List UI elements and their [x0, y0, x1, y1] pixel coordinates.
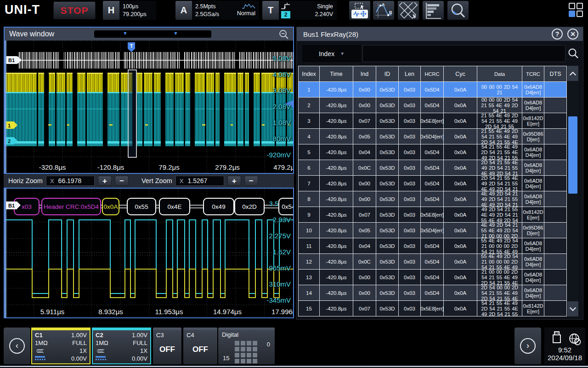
bus-row-12-ind[interactable]: 0x0C	[353, 254, 376, 269]
bus-row-6-index[interactable]: 6	[299, 160, 319, 175]
bus-row-14-dts[interactable]	[544, 285, 566, 300]
bus-row-9-data[interactable]: 49 2D 54 21 55 4E 49 2D 54 21 55 4E 49 2…	[477, 207, 522, 222]
bus-row-2-tcrc[interactable]: 0x6AD8D4[err]	[522, 98, 544, 113]
bus-row-14-len[interactable]: 0x03	[399, 285, 420, 300]
lower-waveform-area[interactable]: B1 x03Header CRC:0x5D40x0A0x550x4E0x490x…	[5, 189, 293, 317]
bus-row-1-dts[interactable]	[544, 82, 566, 97]
measure-tool-button[interactable]	[398, 1, 419, 20]
bus-row-7-time[interactable]: -420.8μs	[320, 176, 353, 191]
scroll-up-button[interactable]	[567, 66, 578, 81]
acquire-settings-button[interactable]: A 2.5Mpts 2.5GSa/s Normal	[175, 1, 259, 20]
bus-row-8-index[interactable]: 8	[299, 191, 319, 207]
bus-row-8-id[interactable]: 0x53D	[376, 191, 398, 207]
bus-row-1-time[interactable]: -420.8μs	[320, 82, 353, 97]
bus-row-15-ind[interactable]: 0x07	[353, 301, 376, 316]
bus-row-8-dts[interactable]	[544, 191, 566, 207]
bus-row-3-hcrc[interactable]: 0x5E8[err]	[421, 113, 443, 128]
horiz-zoom-decrease-button[interactable]: −	[115, 176, 129, 186]
bus-row-3-time[interactable]: -420.8μs	[320, 113, 353, 128]
search-zoom-button[interactable]	[447, 1, 469, 20]
bus-row-15-tcrc[interactable]: 0x8142DE[err]	[522, 301, 544, 316]
bus-row-1-tcrc[interactable]: 0x6AD8D4[err]	[522, 82, 544, 97]
bus-row-9-ind[interactable]: 0x07	[353, 207, 376, 222]
bus-row-7-id[interactable]: 0x53D	[376, 176, 398, 191]
help-icon[interactable]: ?	[552, 29, 563, 40]
bus-row-3-id[interactable]: 0x53D	[376, 113, 398, 128]
bus-row-4-index[interactable]: 4	[299, 129, 319, 144]
bus-row-7-index[interactable]: 7	[299, 176, 319, 191]
bus-row-3-dts[interactable]	[544, 113, 566, 128]
window-layout-button[interactable]	[569, 3, 584, 17]
channel3-card[interactable]: C3 OFF	[153, 328, 181, 364]
bus-row-14-ind[interactable]: 0x00	[353, 285, 376, 300]
filter-dropdown[interactable]: Index ▼	[302, 45, 361, 62]
bus-row-1-len[interactable]: 0x03	[399, 82, 420, 97]
bus-row-10-time[interactable]: -420.8μs	[320, 223, 353, 238]
bus-row-4-id[interactable]: 0x53D	[376, 129, 398, 144]
bus-row-9-tcrc[interactable]: 0x8142DE[err]	[522, 207, 544, 222]
bus-row-6-hcrc[interactable]: 0x5D4	[421, 160, 443, 175]
close-icon[interactable]: ✕	[567, 29, 578, 40]
search-input[interactable]	[362, 45, 565, 62]
bus-row-10-tcrc[interactable]: 0x95D86D[err]	[522, 223, 544, 238]
slider-marker-left-icon[interactable]: ▼	[123, 30, 128, 36]
bus-row-12-dts[interactable]	[544, 254, 566, 269]
bus-row-7-len[interactable]: 0x03	[399, 176, 420, 191]
channel4-card[interactable]: C4 OFF	[183, 328, 217, 364]
bus-row-2-hcrc[interactable]: 0x5D4	[421, 98, 443, 113]
horiz-zoom-value-box[interactable]: X 66.1978	[46, 176, 95, 186]
bus-row-13-hcrc[interactable]: 0x5D4	[421, 270, 443, 285]
bus-row-6-tcrc[interactable]: 0x6AD8D4[err]	[522, 160, 544, 175]
bus-row-15-index[interactable]: 15	[299, 301, 319, 316]
selection-cursor[interactable]	[128, 70, 136, 157]
statistics-button[interactable]	[423, 1, 444, 20]
bus-row-15-cyc[interactable]: 0x0A	[444, 301, 477, 316]
waveform-compare-button[interactable]: A B	[373, 1, 394, 20]
bus-row-6-id[interactable]: 0x53D	[376, 160, 398, 175]
bus-row-1-ind[interactable]: 0x00	[353, 82, 376, 97]
status-clock-panel[interactable]: 9:52 2024/09/18	[544, 328, 585, 364]
scrollbar-thumb[interactable]	[568, 116, 577, 194]
bus-row-11-dts[interactable]	[544, 238, 566, 253]
bus-row-3-tcrc[interactable]: 0x8142DE[err]	[522, 113, 544, 128]
bus-row-8-len[interactable]: 0x03	[399, 191, 420, 207]
bus-row-5-len[interactable]: 0x03	[399, 144, 420, 160]
bus-row-8-ind[interactable]: 0x00	[353, 191, 376, 207]
bus-row-9-len[interactable]: 0x03	[399, 207, 420, 222]
bus-row-11-data[interactable]: 55 4E 49 2D 54 21 00 00 00 2D 54 21 55 4…	[477, 238, 522, 253]
bus-row-12-tcrc[interactable]: 0x6AD8D4[err]	[522, 254, 544, 269]
bus-row-14-tcrc[interactable]: 0x6AD8D4[err]	[522, 285, 544, 300]
bus-row-12-id[interactable]: 0x53D	[376, 254, 398, 269]
bus-row-5-cyc[interactable]: 0x0A	[444, 144, 477, 160]
panel-collapse-left-button[interactable]: ‹	[4, 328, 30, 364]
bus-row-11-index[interactable]: 11	[299, 238, 319, 253]
bus-row-6-ind[interactable]: 0x0C	[353, 160, 376, 175]
bus-row-13-dts[interactable]	[544, 270, 566, 285]
channel1-card[interactable]: C1 1.00V 1MΩ FULL 1X 0.00V	[31, 328, 90, 364]
bus-row-14-index[interactable]: 14	[299, 285, 319, 300]
bus-row-14-id[interactable]: 0x53D	[376, 285, 398, 300]
bus-row-7-hcrc[interactable]: 0x5D4	[421, 176, 443, 191]
bus-row-2-data[interactable]: 00 00 00 2D 54 21 55 4E 49 2D 54 21	[477, 98, 522, 113]
upper-waveform-area[interactable]: T B1 1 2	[5, 40, 293, 173]
horiz-zoom-increase-button[interactable]: +	[98, 176, 112, 186]
bus-row-15-data[interactable]: 54 21 55 4E 49 2D 54 21 55 4E 49 2D 54 2…	[477, 301, 522, 316]
bus-row-14-hcrc[interactable]: 0x5D4	[421, 285, 443, 300]
bus-row-10-index[interactable]: 10	[299, 223, 319, 238]
bus-row-12-data[interactable]: 55 4E 49 2D 54 21 00 00 00 2D 54 21 55 4…	[477, 254, 522, 269]
bus-row-4-cyc[interactable]: 0x0A	[444, 129, 477, 144]
bus-row-1-data[interactable]: 00 00 00 2D 54 21	[477, 82, 522, 97]
bus-row-10-cyc[interactable]: 0x0A	[444, 223, 477, 238]
bus-row-14-data[interactable]: 2D 54 00 00 2D 54 21 55 4E 49 2D 54 21 5…	[477, 285, 522, 300]
bus-row-12-len[interactable]: 0x03	[399, 254, 420, 269]
bus-row-12-hcrc[interactable]: 0x5D4	[421, 254, 443, 269]
bus-row-11-id[interactable]: 0x53D	[376, 238, 398, 253]
bus-row-2-index[interactable]: 2	[299, 98, 319, 113]
bus-row-9-cyc[interactable]: 0x0A	[444, 207, 477, 222]
horizontal-settings-button[interactable]: H 100μs 79.200μs	[103, 1, 156, 20]
bus-row-4-tcrc[interactable]: 0x95D86D[err]	[522, 129, 544, 144]
bus-row-1-id[interactable]: 0x53D	[376, 82, 398, 97]
trigger-settings-button[interactable]: T 2 Single 2.240V	[262, 1, 337, 20]
bus-row-4-ind[interactable]: 0x05	[353, 129, 376, 144]
bus-row-7-data[interactable]: 2D 54 21 55 4E 49 2D 54 21 55 4E 49 2D 5…	[477, 176, 522, 191]
